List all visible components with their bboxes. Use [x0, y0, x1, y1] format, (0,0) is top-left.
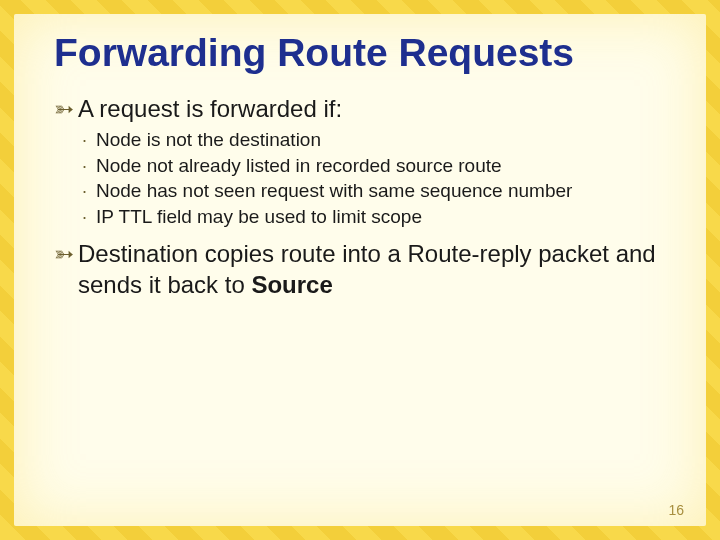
sub-bullet-list: · Node is not the destination · Node not…: [82, 127, 686, 230]
bullet-main-2: ➳ Destination copies route into a Route-…: [54, 238, 686, 300]
bullet-main-2-bold: Source: [251, 271, 332, 298]
dot-icon: ·: [82, 154, 96, 178]
sub-bullet-text: Node not already listed in recorded sour…: [96, 153, 686, 179]
dot-icon: ·: [82, 179, 96, 203]
slide-title: Forwarding Route Requests: [54, 32, 686, 75]
bullet-main-1: ➳ A request is forwarded if:: [54, 93, 686, 125]
bullet-main-1-text: A request is forwarded if:: [78, 93, 342, 124]
sub-bullet-text: Node has not seen request with same sequ…: [96, 178, 686, 204]
sub-bullet: · Node has not seen request with same se…: [82, 178, 686, 204]
sub-bullet: · Node not already listed in recorded so…: [82, 153, 686, 179]
bullet-icon: ➳: [54, 239, 74, 270]
sub-bullet: · IP TTL field may be used to limit scop…: [82, 204, 686, 230]
sub-bullet-text: Node is not the destination: [96, 127, 686, 153]
bullet-main-2-pre: Destination copies route into a Route-re…: [78, 240, 656, 298]
page-number: 16: [668, 502, 684, 518]
sub-bullet: · Node is not the destination: [82, 127, 686, 153]
sub-bullet-text: IP TTL field may be used to limit scope: [96, 204, 686, 230]
bullet-icon: ➳: [54, 94, 74, 125]
dot-icon: ·: [82, 128, 96, 152]
bullet-main-2-text: Destination copies route into a Route-re…: [78, 238, 686, 300]
dot-icon: ·: [82, 205, 96, 229]
slide-inner: Forwarding Route Requests ➳ A request is…: [14, 14, 706, 526]
